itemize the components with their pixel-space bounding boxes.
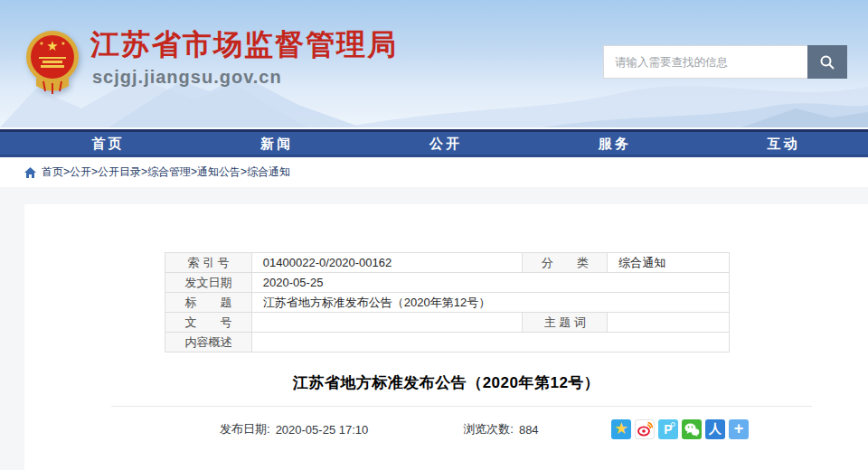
date-value: 2020-05-25 [251,273,729,293]
nav-item-interact[interactable]: 互动 [699,132,868,155]
search-input[interactable] [603,45,807,79]
site-header: ★ ★ ★ 江苏省市场监督管理局 scjgj.jiangsu.gov.cn [0,0,868,129]
nav-bar: 首页 新闻 公开 服务 互动 [0,132,868,155]
publish-date-label: 发布日期: [220,421,270,437]
table-row: 文 号 主 题 词 [165,313,730,333]
renren-share-icon[interactable]: 人 [705,419,725,439]
svg-text:★: ★ [46,38,58,53]
breadcrumb-bar: 首页>公开>公开目录>综合管理>通知公告>综合通知 [0,157,868,187]
views-label: 浏览次数: [463,421,514,437]
table-row: 索 引 号 01400022-0/2020-00162 分 类 综合通知 [165,253,730,273]
qzone-share-icon[interactable]: ★ [611,419,631,439]
date-label: 发文日期 [165,273,252,293]
article-meta: 发布日期: 2020-05-25 17:10 浏览次数: 884 ★ P [111,407,812,439]
search-button[interactable] [807,45,847,79]
index-value: 01400022-0/2020-00162 [251,253,522,273]
nav-item-service[interactable]: 服务 [530,132,699,155]
keywords-value [608,313,730,333]
tencent-weibo-share-icon[interactable]: P [658,419,678,439]
category-label: 分 类 [523,253,608,273]
views-value: 884 [519,423,539,437]
site-url: scjgj.jiangsu.gov.cn [92,67,398,88]
weibo-eye-icon [637,421,653,437]
summary-value [251,333,729,352]
table-row: 内容概述 [165,333,730,352]
breadcrumb[interactable]: 首页>公开>公开目录>综合管理>通知公告>综合通知 [42,164,290,180]
article-card: 索 引 号 01400022-0/2020-00162 分 类 综合通知 发文日… [24,204,868,470]
search-bar [603,45,847,79]
keywords-label: 主 题 词 [523,313,608,333]
wechat-share-icon[interactable] [682,419,702,439]
title-label: 标 题 [165,293,252,313]
nav-item-public[interactable]: 公开 [362,132,531,155]
index-label: 索 引 号 [165,253,252,273]
home-icon [24,167,36,178]
share-more-icon[interactable]: + [729,419,749,439]
share-icons: ★ P [611,419,749,439]
doc-info-table: 索 引 号 01400022-0/2020-00162 分 类 综合通知 发文日… [165,252,730,352]
content-area: 索 引 号 01400022-0/2020-00162 分 类 综合通知 发文日… [0,187,868,470]
nav-item-home[interactable]: 首页 [24,132,193,155]
table-row: 标 题 江苏省地方标准发布公告（2020年第12号） [165,293,730,313]
renren-glyph: 人 [709,421,722,437]
site-title: 江苏省市场监督管理局 [90,29,398,61]
search-icon [819,54,835,70]
summary-label: 内容概述 [165,333,252,352]
brand-block: ★ ★ ★ 江苏省市场监督管理局 scjgj.jiangsu.gov.cn [25,29,398,98]
wechat-bubbles-icon [684,421,700,437]
publish-date-value: 2020-05-25 17:10 [276,423,369,437]
qzone-star-glyph: ★ [614,420,628,437]
brand-text: 江苏省市场监督管理局 scjgj.jiangsu.gov.cn [90,29,398,88]
page-title: 江苏省地方标准发布公告（2020年第12号） [24,372,868,393]
category-value: 综合通知 [608,253,730,273]
national-emblem-logo: ★ ★ ★ [25,29,80,98]
table-row: 发文日期 2020-05-25 [165,273,730,293]
sina-weibo-share-icon[interactable] [635,419,655,439]
nav-item-news[interactable]: 新闻 [193,132,362,155]
docnum-value [251,313,522,333]
main-nav: 首页 新闻 公开 服务 互动 [0,129,868,157]
svg-text:★: ★ [61,41,65,46]
plus-glyph: + [734,420,744,437]
title-value: 江苏省地方标准发布公告（2020年第12号） [251,293,729,313]
docnum-label: 文 号 [165,313,252,333]
svg-text:★: ★ [39,41,43,46]
